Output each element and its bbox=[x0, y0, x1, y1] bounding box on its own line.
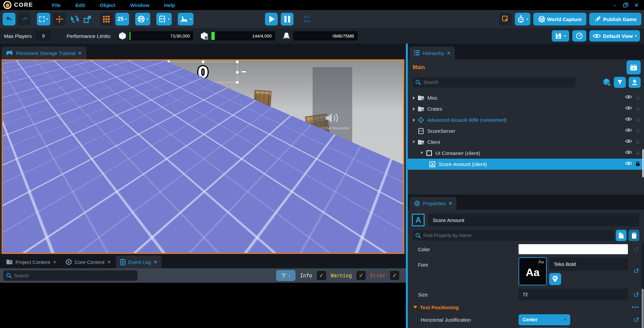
tree-item-misc[interactable]: Misc bbox=[408, 92, 644, 103]
max-players-input[interactable] bbox=[36, 31, 51, 41]
close-icon[interactable]: ✕ bbox=[447, 51, 450, 56]
crate[interactable] bbox=[228, 124, 251, 146]
collapse-caret[interactable] bbox=[411, 141, 417, 143]
selection-handle[interactable] bbox=[236, 81, 239, 84]
selection-rect[interactable]: 0 bbox=[168, 62, 237, 83]
find-font-asset-button[interactable] bbox=[549, 273, 561, 285]
object-name-field[interactable] bbox=[428, 214, 639, 226]
warning-checkbox[interactable]: ✓ bbox=[357, 271, 366, 280]
lock-icon[interactable] bbox=[636, 161, 640, 166]
tree-item-advanced-assault-rifle[interactable]: Advanced Assault Rifle (networked) bbox=[408, 114, 644, 125]
section-collapse-caret[interactable] bbox=[413, 306, 417, 309]
error-checkbox[interactable]: ✓ bbox=[390, 271, 399, 280]
tab-persistent-storage-tutorial[interactable]: Persistent Storage Tutorial ✕ bbox=[2, 47, 86, 59]
event-log-search-input[interactable] bbox=[3, 270, 138, 281]
expand-caret[interactable] bbox=[411, 118, 417, 122]
selection-handle[interactable] bbox=[202, 60, 205, 63]
visibility-eye-icon[interactable] bbox=[625, 117, 632, 121]
restore-icon[interactable] bbox=[623, 4, 627, 7]
crate[interactable] bbox=[129, 114, 152, 136]
properties-scrollbar-thumb[interactable] bbox=[642, 289, 644, 328]
visibility-eye-icon[interactable] bbox=[625, 128, 632, 132]
scale-tool-button[interactable] bbox=[81, 13, 94, 25]
menu-window[interactable]: Window bbox=[130, 2, 149, 8]
info-checkbox[interactable]: ✓ bbox=[317, 271, 326, 280]
menu-edit[interactable]: Edit bbox=[75, 2, 85, 8]
reset-hjust-icon[interactable]: ↺ bbox=[633, 316, 639, 323]
color-swatch[interactable] bbox=[519, 244, 628, 254]
lock-icon[interactable] bbox=[636, 106, 640, 111]
menu-file[interactable]: File bbox=[52, 2, 61, 8]
hierarchy-export-button[interactable] bbox=[629, 77, 641, 88]
tab-core-content[interactable]: Core Content ✕ bbox=[61, 256, 115, 268]
play-button[interactable] bbox=[265, 13, 278, 25]
copy-properties-button[interactable] bbox=[616, 230, 627, 241]
dynamic-objects-icon[interactable] bbox=[602, 78, 611, 87]
grid-snap-toggle[interactable] bbox=[100, 13, 113, 25]
visibility-eye-icon[interactable] bbox=[625, 95, 632, 99]
lock-icon[interactable] bbox=[636, 128, 640, 133]
hierarchy-filter-button[interactable] bbox=[614, 77, 626, 88]
close-icon[interactable]: ✕ bbox=[78, 51, 82, 56]
bot-mode-dropdown[interactable]: ▾ bbox=[515, 13, 530, 25]
selection-handle[interactable] bbox=[167, 81, 170, 84]
selection-handle[interactable] bbox=[167, 71, 170, 74]
property-search-input[interactable] bbox=[413, 230, 614, 241]
cinematic-capture-button[interactable] bbox=[627, 60, 641, 74]
lock-icon[interactable] bbox=[636, 139, 640, 144]
size-field[interactable] bbox=[519, 289, 628, 300]
reset-size-icon[interactable]: ↺ bbox=[633, 291, 639, 298]
visibility-eye-icon[interactable] bbox=[625, 150, 632, 155]
font-preview-swatch[interactable]: Aa Aa bbox=[519, 257, 547, 285]
snap-size-dropdown[interactable]: 25 ▾ bbox=[115, 13, 129, 25]
reset-color-icon[interactable]: ↺ bbox=[633, 246, 639, 253]
reset-font-icon[interactable]: ↺ bbox=[633, 267, 639, 274]
section-options-icon[interactable]: ••• bbox=[632, 304, 639, 310]
lock-icon[interactable] bbox=[636, 117, 640, 122]
selection-handle[interactable] bbox=[167, 60, 170, 63]
close-icon[interactable]: ✕ bbox=[634, 3, 639, 8]
world-capture-button[interactable]: World Capture bbox=[533, 13, 586, 25]
script-dropdown[interactable]: ▾ bbox=[156, 13, 172, 25]
menu-object[interactable]: Object bbox=[100, 2, 115, 8]
pause-button[interactable] bbox=[281, 13, 293, 25]
selection-handle[interactable] bbox=[236, 71, 239, 74]
tab-properties[interactable]: Properties ✕ bbox=[410, 197, 457, 210]
visibility-eye-icon[interactable] bbox=[625, 106, 632, 110]
save-dropdown[interactable]: ▾ bbox=[552, 30, 569, 42]
close-icon[interactable]: ✕ bbox=[53, 260, 56, 265]
crate[interactable] bbox=[254, 90, 271, 107]
lock-icon[interactable] bbox=[636, 150, 640, 155]
close-icon[interactable]: ✕ bbox=[107, 260, 111, 265]
tab-hierarchy[interactable]: Hierarchy ✕ bbox=[410, 47, 455, 59]
cursor-mode-button[interactable] bbox=[499, 13, 512, 25]
terrain-dropdown[interactable]: ▾ bbox=[178, 13, 194, 25]
event-log-output[interactable] bbox=[0, 283, 406, 328]
tree-item-ui-container[interactable]: UI Container (client) bbox=[408, 148, 644, 159]
visibility-eye-icon[interactable] bbox=[625, 161, 632, 166]
tree-item-score-amount[interactable]: A Score Amount (client) bbox=[408, 159, 644, 170]
font-name-field[interactable] bbox=[549, 257, 628, 271]
expand-caret[interactable] bbox=[411, 107, 417, 111]
minimize-icon[interactable]: – bbox=[613, 3, 616, 8]
crate[interactable] bbox=[186, 93, 206, 112]
rotate-tool-button[interactable] bbox=[68, 13, 81, 25]
undo-button[interactable] bbox=[3, 13, 15, 25]
selection-handle[interactable] bbox=[236, 60, 239, 63]
tab-event-log[interactable]: Event Log ✕ bbox=[116, 256, 161, 268]
tree-item-crates[interactable]: Crates bbox=[408, 103, 644, 114]
collapse-caret[interactable] bbox=[419, 152, 425, 154]
hierarchy-search-input[interactable] bbox=[413, 77, 576, 88]
tab-project-content[interactable]: Project Content ✕ bbox=[2, 256, 61, 268]
selection-mode-dropdown[interactable]: ▾ bbox=[37, 13, 50, 25]
paste-properties-button[interactable] bbox=[629, 230, 639, 241]
properties-scrollbar[interactable] bbox=[641, 242, 644, 328]
move-tool-button[interactable] bbox=[53, 13, 66, 25]
close-icon[interactable]: ✕ bbox=[154, 260, 157, 265]
tree-item-scoreserver[interactable]: ScoreServer bbox=[408, 125, 644, 136]
tree-item-client[interactable]: Client bbox=[408, 136, 644, 148]
selection-handle[interactable] bbox=[202, 81, 205, 84]
horizontal-justification-dropdown[interactable]: Center ▾ bbox=[519, 314, 570, 325]
log-filter-dropdown[interactable]: ▾ bbox=[276, 270, 296, 281]
redo-button[interactable] bbox=[18, 13, 31, 25]
